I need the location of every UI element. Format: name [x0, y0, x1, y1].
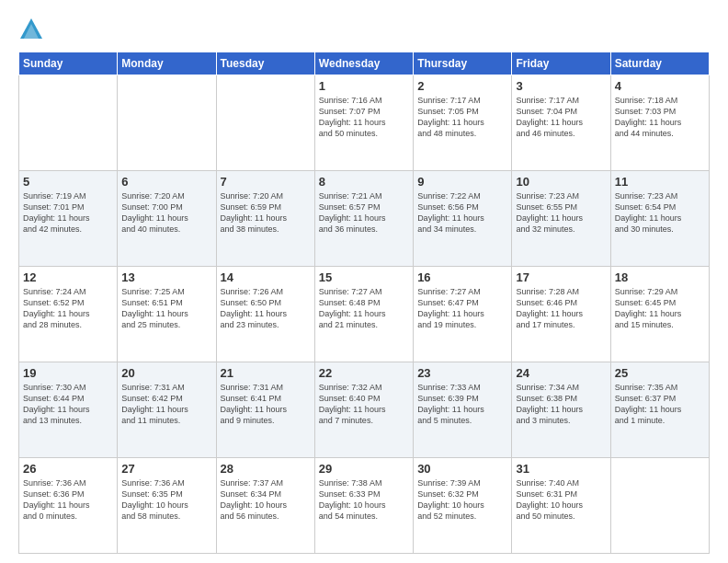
calendar-cell: 25Sunrise: 7:35 AM Sunset: 6:37 PM Dayli… [610, 362, 709, 458]
calendar-cell: 8Sunrise: 7:21 AM Sunset: 6:57 PM Daylig… [314, 171, 413, 267]
calendar-cell: 6Sunrise: 7:20 AM Sunset: 7:00 PM Daylig… [118, 171, 216, 267]
day-info: Sunrise: 7:26 AM Sunset: 6:50 PM Dayligh… [221, 286, 311, 331]
calendar-cell: 17Sunrise: 7:28 AM Sunset: 6:46 PM Dayli… [512, 267, 610, 362]
calendar-cell: 19Sunrise: 7:30 AM Sunset: 6:44 PM Dayli… [19, 362, 118, 458]
day-number: 26 [23, 462, 113, 476]
day-info: Sunrise: 7:36 AM Sunset: 6:35 PM Dayligh… [121, 477, 211, 523]
day-number: 30 [417, 462, 507, 476]
calendar-table: SundayMondayTuesdayWednesdayThursdayFrid… [18, 52, 710, 554]
day-info: Sunrise: 7:40 AM Sunset: 6:31 PM Dayligh… [516, 477, 606, 523]
day-number: 11 [615, 175, 705, 189]
calendar-cell: 3Sunrise: 7:17 AM Sunset: 7:04 PM Daylig… [512, 75, 610, 171]
calendar-cell: 7Sunrise: 7:20 AM Sunset: 6:59 PM Daylig… [216, 171, 314, 267]
logo-icon [18, 17, 44, 42]
day-number: 17 [516, 270, 606, 284]
day-info: Sunrise: 7:36 AM Sunset: 6:36 PM Dayligh… [23, 477, 113, 523]
day-info: Sunrise: 7:31 AM Sunset: 6:42 PM Dayligh… [121, 382, 211, 427]
calendar-cell: 26Sunrise: 7:36 AM Sunset: 6:36 PM Dayli… [19, 458, 118, 554]
calendar-week-row: 19Sunrise: 7:30 AM Sunset: 6:44 PM Dayli… [19, 362, 710, 458]
calendar-cell [118, 75, 216, 171]
day-number: 1 [319, 79, 409, 93]
calendar-cell: 20Sunrise: 7:31 AM Sunset: 6:42 PM Dayli… [118, 362, 216, 458]
logo [18, 17, 46, 42]
calendar-cell: 1Sunrise: 7:16 AM Sunset: 7:07 PM Daylig… [314, 75, 413, 171]
day-number: 7 [221, 175, 311, 189]
day-info: Sunrise: 7:19 AM Sunset: 7:01 PM Dayligh… [23, 190, 113, 236]
day-info: Sunrise: 7:20 AM Sunset: 7:00 PM Dayligh… [121, 190, 211, 236]
day-number: 16 [417, 270, 507, 284]
day-number: 23 [417, 366, 507, 380]
calendar-cell: 27Sunrise: 7:36 AM Sunset: 6:35 PM Dayli… [118, 458, 216, 554]
weekday-header: Saturday [610, 52, 709, 75]
day-number: 4 [615, 79, 705, 93]
day-info: Sunrise: 7:35 AM Sunset: 6:37 PM Dayligh… [615, 382, 705, 427]
day-number: 3 [516, 79, 606, 93]
calendar-week-row: 12Sunrise: 7:24 AM Sunset: 6:52 PM Dayli… [19, 267, 710, 362]
calendar-cell: 22Sunrise: 7:32 AM Sunset: 6:40 PM Dayli… [314, 362, 413, 458]
day-info: Sunrise: 7:32 AM Sunset: 6:40 PM Dayligh… [319, 382, 409, 427]
calendar-cell: 13Sunrise: 7:25 AM Sunset: 6:51 PM Dayli… [118, 267, 216, 362]
day-number: 12 [23, 270, 113, 284]
calendar-cell: 29Sunrise: 7:38 AM Sunset: 6:33 PM Dayli… [314, 458, 413, 554]
weekday-header: Thursday [414, 52, 512, 75]
day-info: Sunrise: 7:28 AM Sunset: 6:46 PM Dayligh… [516, 286, 606, 331]
calendar-cell: 30Sunrise: 7:39 AM Sunset: 6:32 PM Dayli… [414, 458, 512, 554]
calendar-cell: 11Sunrise: 7:23 AM Sunset: 6:54 PM Dayli… [610, 171, 709, 267]
day-number: 8 [319, 175, 409, 189]
weekday-header: Tuesday [216, 52, 314, 75]
calendar-cell: 21Sunrise: 7:31 AM Sunset: 6:41 PM Dayli… [216, 362, 314, 458]
header [18, 17, 710, 42]
day-number: 18 [615, 270, 705, 284]
day-info: Sunrise: 7:18 AM Sunset: 7:03 PM Dayligh… [615, 95, 705, 140]
day-number: 22 [319, 366, 409, 380]
day-info: Sunrise: 7:29 AM Sunset: 6:45 PM Dayligh… [615, 286, 705, 331]
day-info: Sunrise: 7:24 AM Sunset: 6:52 PM Dayligh… [23, 286, 113, 331]
day-info: Sunrise: 7:25 AM Sunset: 6:51 PM Dayligh… [121, 286, 211, 331]
calendar-cell [216, 75, 314, 171]
calendar-cell: 4Sunrise: 7:18 AM Sunset: 7:03 PM Daylig… [610, 75, 709, 171]
day-info: Sunrise: 7:34 AM Sunset: 6:38 PM Dayligh… [516, 382, 606, 427]
weekday-header: Wednesday [314, 52, 413, 75]
day-info: Sunrise: 7:30 AM Sunset: 6:44 PM Dayligh… [23, 382, 113, 427]
day-info: Sunrise: 7:21 AM Sunset: 6:57 PM Dayligh… [319, 190, 409, 236]
day-number: 28 [221, 462, 311, 476]
day-info: Sunrise: 7:23 AM Sunset: 6:55 PM Dayligh… [516, 190, 606, 236]
day-info: Sunrise: 7:16 AM Sunset: 7:07 PM Dayligh… [319, 95, 409, 140]
calendar-header-row: SundayMondayTuesdayWednesdayThursdayFrid… [19, 52, 710, 75]
day-info: Sunrise: 7:22 AM Sunset: 6:56 PM Dayligh… [417, 190, 507, 236]
day-number: 2 [417, 79, 507, 93]
calendar-week-row: 1Sunrise: 7:16 AM Sunset: 7:07 PM Daylig… [19, 75, 710, 171]
day-number: 21 [221, 366, 311, 380]
calendar-cell: 24Sunrise: 7:34 AM Sunset: 6:38 PM Dayli… [512, 362, 610, 458]
day-info: Sunrise: 7:27 AM Sunset: 6:48 PM Dayligh… [319, 286, 409, 331]
calendar-page: SundayMondayTuesdayWednesdayThursdayFrid… [0, 0, 728, 563]
calendar-cell: 9Sunrise: 7:22 AM Sunset: 6:56 PM Daylig… [414, 171, 512, 267]
day-info: Sunrise: 7:27 AM Sunset: 6:47 PM Dayligh… [417, 286, 507, 331]
day-info: Sunrise: 7:31 AM Sunset: 6:41 PM Dayligh… [221, 382, 311, 427]
day-info: Sunrise: 7:39 AM Sunset: 6:32 PM Dayligh… [417, 477, 507, 523]
weekday-header: Monday [118, 52, 216, 75]
calendar-cell [610, 458, 709, 554]
day-number: 15 [319, 270, 409, 284]
calendar-cell: 15Sunrise: 7:27 AM Sunset: 6:48 PM Dayli… [314, 267, 413, 362]
day-info: Sunrise: 7:37 AM Sunset: 6:34 PM Dayligh… [221, 477, 311, 523]
calendar-cell: 10Sunrise: 7:23 AM Sunset: 6:55 PM Dayli… [512, 171, 610, 267]
day-info: Sunrise: 7:23 AM Sunset: 6:54 PM Dayligh… [615, 190, 705, 236]
day-number: 19 [23, 366, 113, 380]
calendar-cell: 28Sunrise: 7:37 AM Sunset: 6:34 PM Dayli… [216, 458, 314, 554]
day-info: Sunrise: 7:38 AM Sunset: 6:33 PM Dayligh… [319, 477, 409, 523]
day-number: 14 [221, 270, 311, 284]
day-number: 20 [121, 366, 211, 380]
day-number: 31 [516, 462, 606, 476]
calendar-cell: 5Sunrise: 7:19 AM Sunset: 7:01 PM Daylig… [19, 171, 118, 267]
calendar-cell: 18Sunrise: 7:29 AM Sunset: 6:45 PM Dayli… [610, 267, 709, 362]
calendar-cell: 31Sunrise: 7:40 AM Sunset: 6:31 PM Dayli… [512, 458, 610, 554]
calendar-week-row: 26Sunrise: 7:36 AM Sunset: 6:36 PM Dayli… [19, 458, 710, 554]
calendar-cell: 2Sunrise: 7:17 AM Sunset: 7:05 PM Daylig… [414, 75, 512, 171]
day-info: Sunrise: 7:17 AM Sunset: 7:05 PM Dayligh… [417, 95, 507, 140]
calendar-week-row: 5Sunrise: 7:19 AM Sunset: 7:01 PM Daylig… [19, 171, 710, 267]
day-number: 9 [417, 175, 507, 189]
weekday-header: Friday [512, 52, 610, 75]
day-number: 6 [121, 175, 211, 189]
day-number: 25 [615, 366, 705, 380]
